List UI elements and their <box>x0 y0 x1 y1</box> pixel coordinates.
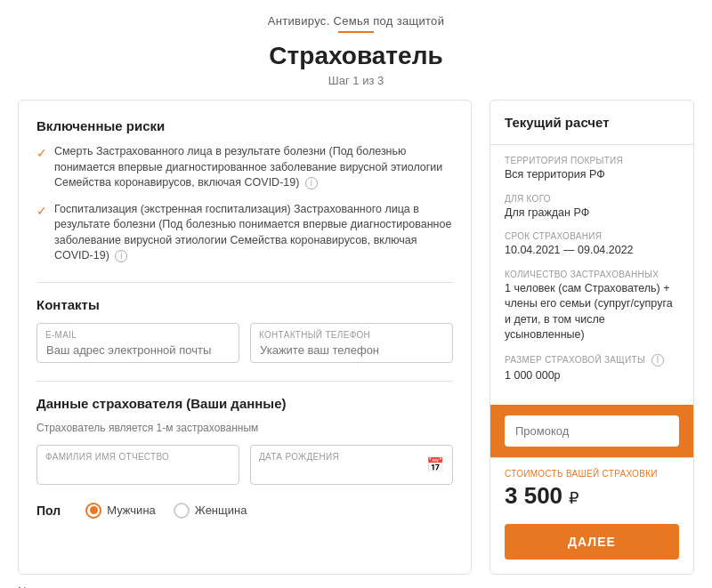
period-key: СРОК СТРАХОВАНИЯ <box>505 231 679 241</box>
right-panel: Текущий расчет ТЕРРИТОРИЯ ПОКРЫТИЯ Вся т… <box>490 100 694 575</box>
step-indicator: Шаг 1 из 3 <box>0 74 712 87</box>
main-content: Включенные риски ✓ Смерть Застрахованног… <box>0 100 712 575</box>
check-icon-1: ✓ <box>36 145 47 163</box>
insurer-form-row: ФАМИЛИЯ ИМЯ ОТЧЕСТВО ДАТА РОЖДЕНИЯ 📅 <box>36 445 453 485</box>
info-icon-2[interactable]: i <box>115 250 127 262</box>
risk-item-2: ✓ Госпитализация (экстренная госпитализа… <box>36 202 453 264</box>
risk-text-1: Смерть Застрахованного лица в результате… <box>54 144 453 191</box>
period-val: 10.04.2021 — 09.04.2022 <box>505 243 679 259</box>
risks-section: Включенные риски ✓ Смерть Застрахованног… <box>36 118 453 264</box>
contacts-form-row: E-MAIL КОНТАКТНЫЙ ТЕЛЕФОН <box>36 323 453 363</box>
male-label: Мужчина <box>107 503 156 517</box>
phone-field: КОНТАКТНЫЙ ТЕЛЕФОН <box>250 323 453 363</box>
non-label: Non <box>18 584 39 588</box>
price-amount: 3 500 <box>505 482 562 509</box>
next-btn-wrap: ДАЛЕЕ <box>490 524 693 574</box>
bottom-area: Non <box>0 584 712 588</box>
calc-item-for-who: ДЛЯ КОГО Для граждан РФ <box>505 194 679 222</box>
check-icon-2: ✓ <box>36 203 47 221</box>
divider-2 <box>36 381 453 382</box>
current-calc-title: Текущий расчет <box>505 115 679 130</box>
email-field: E-MAIL <box>36 323 239 363</box>
price-currency: ₽ <box>569 489 578 507</box>
brand-title: Антивирус. Семья под защитой <box>0 14 712 28</box>
coverage-key: ТЕРРИТОРИЯ ПОКРЫТИЯ <box>505 156 679 165</box>
name-input[interactable] <box>36 445 239 485</box>
insurer-note: Страхователь является 1-м застрахованным <box>36 422 453 434</box>
gender-label: Пол <box>36 503 61 518</box>
calc-item-coverage: ТЕРРИТОРИЯ ПОКРЫТИЯ Вся территория РФ <box>505 156 679 183</box>
risk-item-1: ✓ Смерть Застрахованного лица в результа… <box>36 144 453 191</box>
for-who-val: Для граждан РФ <box>505 205 679 222</box>
page-header: Антивирус. Семья под защитой Страховател… <box>0 0 712 87</box>
count-val: 1 человек (сам Страхователь) + члены его… <box>505 281 679 343</box>
price-label: СТОИМОСТЬ ВАШЕЙ СТРАХОВКИ <box>505 469 679 479</box>
female-label: Женщина <box>195 503 247 517</box>
female-radio-circle <box>174 503 190 519</box>
insurer-title: Данные страхователя (Ваши данные) <box>36 396 453 411</box>
dob-field: ДАТА РОЖДЕНИЯ 📅 <box>250 445 453 485</box>
count-key: КОЛИЧЕСТВО ЗАСТРАХОВАННЫХ <box>505 270 679 279</box>
contacts-section: Контакты E-MAIL КОНТАКТНЫЙ ТЕЛЕФОН <box>36 297 453 363</box>
right-panel-header: Текущий расчет <box>490 101 693 145</box>
email-input[interactable] <box>36 323 239 363</box>
calc-items: ТЕРРИТОРИЯ ПОКРЫТИЯ Вся территория РФ ДЛ… <box>490 145 693 405</box>
for-who-key: ДЛЯ КОГО <box>505 194 679 204</box>
protection-val: 1 000 000р <box>505 368 679 384</box>
next-button[interactable]: ДАЛЕЕ <box>505 524 679 560</box>
price-section: СТОИМОСТЬ ВАШЕЙ СТРАХОВКИ 3 500 ₽ <box>490 457 693 524</box>
calc-item-count: КОЛИЧЕСТВО ЗАСТРАХОВАННЫХ 1 человек (сам… <box>505 270 679 343</box>
promo-section <box>490 405 693 457</box>
contacts-title: Контакты <box>36 297 453 312</box>
risk-text-2: Госпитализация (экстренная госпитализаци… <box>54 202 453 264</box>
brand-underline <box>338 31 374 33</box>
left-panel: Включенные риски ✓ Смерть Застрахованног… <box>18 100 472 575</box>
dob-input[interactable] <box>250 445 453 485</box>
coverage-val: Вся территория РФ <box>505 167 679 183</box>
protection-key: РАЗМЕР СТРАХОВОЙ ЗАЩИТЫ i <box>505 354 679 366</box>
gender-female-option[interactable]: Женщина <box>174 503 247 519</box>
phone-input[interactable] <box>250 323 453 363</box>
divider-1 <box>36 282 453 283</box>
calc-item-protection: РАЗМЕР СТРАХОВОЙ ЗАЩИТЫ i 1 000 000р <box>505 354 679 384</box>
gender-section: Пол Мужчина Женщина <box>36 503 453 519</box>
info-icon-1[interactable]: i <box>305 177 318 189</box>
calc-item-period: СРОК СТРАХОВАНИЯ 10.04.2021 — 09.04.2022 <box>505 231 679 259</box>
price-value: 3 500 ₽ <box>505 482 679 510</box>
insurer-section: Данные страхователя (Ваши данные) Страхо… <box>36 396 453 485</box>
risks-title: Включенные риски <box>36 118 453 133</box>
promo-input[interactable] <box>505 415 679 447</box>
male-radio-circle <box>85 503 101 519</box>
name-field: ФАМИЛИЯ ИМЯ ОТЧЕСТВО <box>36 445 239 485</box>
protection-info-icon[interactable]: i <box>651 354 664 366</box>
gender-male-option[interactable]: Мужчина <box>85 503 156 519</box>
page-title: Страхователь <box>0 42 712 70</box>
